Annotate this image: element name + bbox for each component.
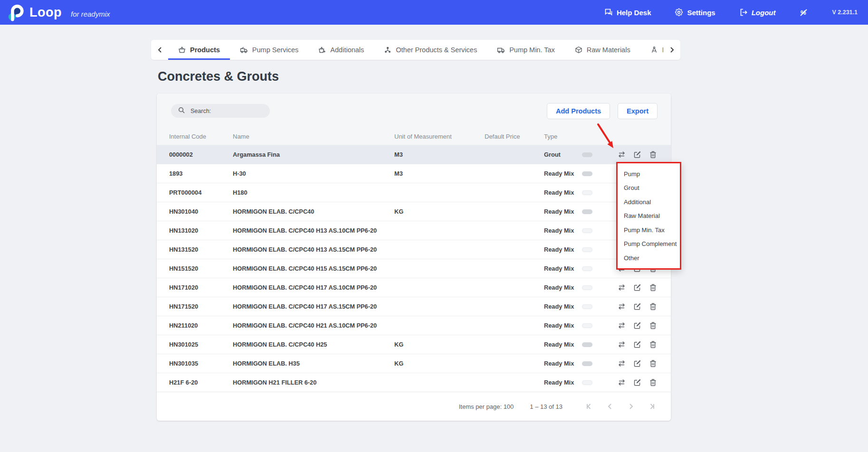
edit-icon[interactable] [633,378,642,387]
row-toggle[interactable] [582,171,592,176]
row-toggle[interactable] [582,152,592,157]
tab-pump-services[interactable]: Pump Services [230,40,309,60]
table-row[interactable]: PRT000004 H180 Ready Mix [157,183,671,202]
cell-type: Ready Mix [544,208,582,215]
edit-icon[interactable] [633,302,642,311]
export-button[interactable]: Export [618,103,658,119]
cell-type: Ready Mix [544,284,582,291]
table-toolbar: Search: Add Products Export [157,94,671,128]
edit-icon[interactable] [633,150,642,159]
delete-icon[interactable] [649,302,658,311]
type-menu-item-other[interactable]: Other [624,254,680,262]
help-desk-button[interactable]: Help Desk [604,8,651,17]
row-actions [617,302,671,311]
previous-page-icon[interactable] [605,402,615,411]
version-label: V 2.231.1 [832,9,858,16]
tabs-scroll-right-button[interactable] [663,40,680,60]
type-menu-item-raw-material[interactable]: Raw Material [624,212,680,219]
row-toggle[interactable] [582,380,592,385]
cell-type: Grout [544,151,582,158]
row-toggle[interactable] [582,228,592,233]
cell-unit-of-measurement: KG [394,208,485,215]
table-row[interactable]: HN151520 HORMIGON ELAB. C/CPC40 H15 AS.1… [157,259,671,278]
topbar: Loop for readymix Help Desk [0,0,868,25]
row-toggle[interactable] [582,266,592,271]
table-row[interactable]: HN171020 HORMIGON ELAB. C/CPC40 H17 AS.1… [157,278,671,297]
app-page: Loop for readymix Help Desk [0,0,868,452]
table-row[interactable]: HN211020 HORMIGON ELAB. C/CPC40 H21 AS.1… [157,316,671,335]
swap-type-icon[interactable] [617,283,626,292]
basket-icon [178,46,186,54]
tabs-scroll-left-button[interactable] [151,40,168,60]
items-per-page-value[interactable]: 100 [504,403,514,410]
last-page-icon[interactable] [647,402,657,411]
table-row[interactable]: HN301040 HORMIGON ELAB. C/CPC40 KG Ready… [157,202,671,221]
row-actions [617,150,671,159]
table-row[interactable]: HN131020 HORMIGON ELAB. C/CPC40 H13 AS.1… [157,221,671,240]
table-row[interactable]: 1893 H-30 M3 Ready Mix [157,164,671,183]
row-toggle[interactable] [582,342,592,347]
tab-other-products-services[interactable]: Other Products & Services [374,40,487,60]
delete-icon[interactable] [649,340,658,349]
swap-type-icon[interactable] [617,378,626,387]
cell-name: Argamassa Fina [233,151,394,158]
delete-icon[interactable] [649,321,658,330]
cell-name: HORMIGON ELAB. C/CPC40 H17 AS.15CM PP6-2… [233,303,394,310]
logo-tagline: for readymix [71,7,110,18]
cell-name: H180 [233,189,394,196]
type-menu-item-grout[interactable]: Grout [624,184,680,191]
cell-unit-of-measurement: KG [394,341,485,348]
tab-raw-materials[interactable]: Raw Materials [565,40,640,60]
type-menu-item-pump-min-tax[interactable]: Pump Min. Tax [624,226,680,234]
row-toggle[interactable] [582,209,592,214]
table-row[interactable]: H21F 6-20 HORMIGON H21 FILLER 6-20 Ready… [157,373,671,392]
row-toggle[interactable] [582,247,592,252]
type-menu-item-additional[interactable]: Additional [624,198,680,206]
table-row[interactable]: HN171520 HORMIGON ELAB. C/CPC40 H17 AS.1… [157,297,671,316]
swap-type-icon[interactable] [617,302,626,311]
row-actions [617,378,671,387]
table-row[interactable]: 0000002 Argamassa Fina M3 Grout [157,145,671,164]
delete-icon[interactable] [649,378,658,387]
edit-icon[interactable] [633,340,642,349]
table-row[interactable]: HN301025 HORMIGON ELAB. C/CPC40 H25 KG R… [157,335,671,354]
cell-internal-code: HN151520 [169,265,233,272]
pump-truck-icon [240,46,248,54]
basket-plus-icon [318,46,326,54]
tab-products[interactable]: Products [168,40,230,60]
first-page-icon[interactable] [584,402,594,411]
edit-icon[interactable] [633,283,642,292]
swap-type-icon[interactable] [617,321,626,330]
row-toggle[interactable] [582,361,592,366]
logo[interactable]: Loop for readymix [7,3,110,22]
delete-icon[interactable] [649,150,658,159]
swap-type-icon[interactable] [617,340,626,349]
tab-pump-min-tax[interactable]: Pump Min. Tax [487,40,565,60]
delete-icon[interactable] [649,283,658,292]
cell-type: Ready Mix [544,170,582,177]
edit-icon[interactable] [633,359,642,368]
table-row[interactable]: HN301035 HORMIGON ELAB. H35 KG Ready Mix [157,354,671,373]
settings-button[interactable]: Settings [675,8,715,17]
cell-type: Ready Mix [544,265,582,272]
percent-off-button[interactable]: % [799,8,808,17]
delete-icon[interactable] [649,359,658,368]
row-toggle[interactable] [582,285,592,290]
row-toggle[interactable] [582,190,592,195]
logout-button[interactable]: Logout [739,8,776,17]
next-page-icon[interactable] [626,402,636,411]
row-toggle[interactable] [582,304,592,309]
row-toggle[interactable] [582,323,592,328]
type-menu-item-pump[interactable]: Pump [624,170,680,178]
swap-type-icon[interactable] [617,359,626,368]
swap-type-icon[interactable] [617,150,626,159]
cell-internal-code: 1893 [169,170,233,177]
tab-additionals[interactable]: Additionals [308,40,374,60]
table-row[interactable]: HN131520 HORMIGON ELAB. C/CPC40 H13 AS.1… [157,240,671,259]
column-type: Type [544,133,582,140]
edit-icon[interactable] [633,321,642,330]
type-menu-item-pump-complement[interactable]: Pump Complement [624,240,680,247]
page-range-label: 1 – 13 of 13 [530,403,563,410]
search-input[interactable]: Search: [171,104,270,118]
add-products-button[interactable]: Add Products [547,103,610,119]
